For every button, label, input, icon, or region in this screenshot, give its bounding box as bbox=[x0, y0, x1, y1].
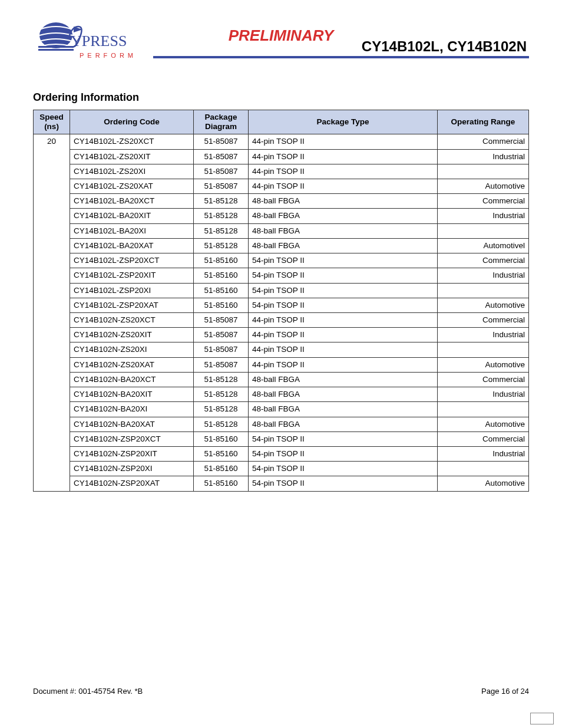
cell-package-type: 48-ball FBGA bbox=[249, 209, 438, 223]
page-content: Ordering Information Speed (ns) Ordering… bbox=[0, 71, 562, 492]
cell-package-type: 54-pin TSOP II bbox=[249, 298, 438, 312]
cell-package-diagram: 51-85087 bbox=[194, 134, 249, 149]
cell-package-type: 48-ball FBGA bbox=[249, 223, 438, 238]
cell-ordering-code: CY14B102L-ZS20XI bbox=[70, 164, 194, 179]
cell-package-diagram: 51-85160 bbox=[194, 283, 249, 298]
cell-ordering-code: CY14B102L-BA20XCT bbox=[70, 194, 194, 209]
table-row: CY14B102L-ZS20XI51-8508744-pin TSOP II bbox=[34, 164, 529, 179]
table-row: CY14B102N-ZSP20XIT51-8516054-pin TSOP II… bbox=[34, 446, 529, 461]
cell-package-diagram: 51-85160 bbox=[194, 476, 249, 491]
table-row: CY14B102L-ZS20XIT51-8508744-pin TSOP III… bbox=[34, 149, 529, 164]
cell-package-diagram: 51-85087 bbox=[194, 149, 249, 164]
cell-operating-range: Automotive bbox=[438, 476, 529, 491]
cell-package-type: 54-pin TSOP II bbox=[249, 268, 438, 283]
cell-package-diagram: 51-85128 bbox=[194, 209, 249, 223]
cell-package-type: 54-pin TSOP II bbox=[249, 431, 438, 446]
cell-operating-range: Industrial bbox=[438, 387, 529, 402]
cell-operating-range: Commercial bbox=[438, 431, 529, 446]
table-row: CY14B102L-BA20XIT51-8512848-ball FBGAInd… bbox=[34, 209, 529, 223]
th-type: Package Type bbox=[249, 110, 438, 134]
cell-ordering-code: CY14B102L-ZSP20XI bbox=[70, 283, 194, 298]
table-header-row: Speed (ns) Ordering Code Package Diagram… bbox=[34, 110, 529, 134]
table-row: CY14B102L-ZSP20XI51-8516054-pin TSOP II bbox=[34, 283, 529, 298]
cell-package-type: 44-pin TSOP II bbox=[249, 164, 438, 179]
cell-package-diagram: 51-85128 bbox=[194, 402, 249, 417]
cell-package-diagram: 51-85128 bbox=[194, 387, 249, 402]
cell-operating-range bbox=[438, 342, 529, 357]
table-row: CY14B102N-ZSP20XCT51-8516054-pin TSOP II… bbox=[34, 431, 529, 446]
cell-ordering-code: CY14B102L-BA20XAT bbox=[70, 238, 194, 253]
cell-package-type: 54-pin TSOP II bbox=[249, 476, 438, 491]
cell-package-diagram: 51-85087 bbox=[194, 342, 249, 357]
cell-package-diagram: 51-85087 bbox=[194, 164, 249, 179]
table-row: CY14B102L-BA20XCT51-8512848-ball FBGACom… bbox=[34, 194, 529, 209]
cell-package-type: 48-ball FBGA bbox=[249, 194, 438, 209]
cell-ordering-code: CY14B102L-ZSP20XCT bbox=[70, 253, 194, 268]
cell-ordering-code: CY14B102N-ZS20XIT bbox=[70, 328, 194, 342]
cell-operating-range: Commercial bbox=[438, 253, 529, 268]
table-row: CY14B102N-BA20XIT51-8512848-ball FBGAInd… bbox=[34, 387, 529, 402]
th-code: Ordering Code bbox=[70, 110, 194, 134]
cell-ordering-code: CY14B102N-BA20XCT bbox=[70, 372, 194, 387]
cell-package-type: 54-pin TSOP II bbox=[249, 253, 438, 268]
cell-operating-range: Commercial bbox=[438, 134, 529, 149]
cell-package-type: 44-pin TSOP II bbox=[249, 313, 438, 328]
cell-package-diagram: 51-85160 bbox=[194, 462, 249, 476]
cell-package-type: 54-pin TSOP II bbox=[249, 446, 438, 461]
cell-speed: 20 bbox=[34, 134, 70, 491]
cell-package-diagram: 51-85160 bbox=[194, 253, 249, 268]
cell-ordering-code: CY14B102L-ZSP20XIT bbox=[70, 268, 194, 283]
cell-operating-range bbox=[438, 283, 529, 298]
cell-ordering-code: CY14B102L-ZS20XCT bbox=[70, 134, 194, 149]
cell-ordering-code: CY14B102L-ZSP20XAT bbox=[70, 298, 194, 312]
cell-package-type: 44-pin TSOP II bbox=[249, 149, 438, 164]
logo-perform: PERFORM bbox=[80, 52, 137, 59]
table-row: CY14B102N-ZS20XIT51-8508744-pin TSOP III… bbox=[34, 328, 529, 342]
corner-box bbox=[530, 713, 554, 724]
cell-package-type: 44-pin TSOP II bbox=[249, 357, 438, 372]
cell-package-diagram: 51-85160 bbox=[194, 446, 249, 461]
table-row: CY14B102N-BA20XAT51-8512848-ball FBGAAut… bbox=[34, 417, 529, 431]
table-row: CY14B102N-BA20XCT51-8512848-ball FBGACom… bbox=[34, 372, 529, 387]
table-row: CY14B102N-ZS20XAT51-8508744-pin TSOP IIA… bbox=[34, 357, 529, 372]
cell-ordering-code: CY14B102N-BA20XAT bbox=[70, 417, 194, 431]
table-row: CY14B102N-BA20XI51-8512848-ball FBGA bbox=[34, 402, 529, 417]
cell-package-type: 54-pin TSOP II bbox=[249, 462, 438, 476]
cell-ordering-code: CY14B102L-BA20XI bbox=[70, 223, 194, 238]
cell-package-type: 54-pin TSOP II bbox=[249, 283, 438, 298]
svg-rect-1 bbox=[38, 46, 74, 48]
cell-operating-range: Automotive bbox=[438, 179, 529, 194]
cell-package-diagram: 51-85128 bbox=[194, 238, 249, 253]
cell-ordering-code: CY14B102N-ZSP20XIT bbox=[70, 446, 194, 461]
page-header: YPRESS PERFORM PRELIMINARY CY14B102L, CY… bbox=[0, 0, 562, 71]
cell-package-type: 48-ball FBGA bbox=[249, 372, 438, 387]
header-rule bbox=[153, 56, 529, 58]
cell-operating-range bbox=[438, 402, 529, 417]
svg-rect-2 bbox=[38, 49, 74, 51]
cell-ordering-code: CY14B102N-ZSP20XAT bbox=[70, 476, 194, 491]
cell-package-diagram: 51-85128 bbox=[194, 223, 249, 238]
table-row: CY14B102L-ZS20XAT51-8508744-pin TSOP IIA… bbox=[34, 179, 529, 194]
cell-operating-range: Automotive bbox=[438, 298, 529, 312]
page-footer: Document #: 001-45754 Rev. *B Page 16 of… bbox=[33, 687, 529, 696]
table-row: CY14B102L-ZSP20XAT51-8516054-pin TSOP II… bbox=[34, 298, 529, 312]
preliminary-watermark: PRELIMINARY bbox=[229, 27, 334, 45]
cell-operating-range bbox=[438, 223, 529, 238]
table-row: CY14B102L-BA20XI51-8512848-ball FBGA bbox=[34, 223, 529, 238]
table-row: CY14B102N-ZSP20XI51-8516054-pin TSOP II bbox=[34, 462, 529, 476]
cell-package-type: 48-ball FBGA bbox=[249, 387, 438, 402]
cell-operating-range bbox=[438, 164, 529, 179]
cell-package-diagram: 51-85087 bbox=[194, 328, 249, 342]
cell-operating-range: Automotive bbox=[438, 417, 529, 431]
cell-operating-range: Industrial bbox=[438, 328, 529, 342]
table-row: CY14B102N-ZS20XCT51-8508744-pin TSOP IIC… bbox=[34, 313, 529, 328]
cell-operating-range: Industrial bbox=[438, 268, 529, 283]
cell-ordering-code: CY14B102N-ZS20XAT bbox=[70, 357, 194, 372]
page-number: Page 16 of 24 bbox=[481, 687, 529, 696]
cell-ordering-code: CY14B102N-BA20XI bbox=[70, 402, 194, 417]
cell-package-diagram: 51-85087 bbox=[194, 313, 249, 328]
cell-operating-range: Industrial bbox=[438, 149, 529, 164]
cell-package-diagram: 51-85087 bbox=[194, 357, 249, 372]
cell-operating-range: Automotivel bbox=[438, 238, 529, 253]
cell-operating-range bbox=[438, 462, 529, 476]
